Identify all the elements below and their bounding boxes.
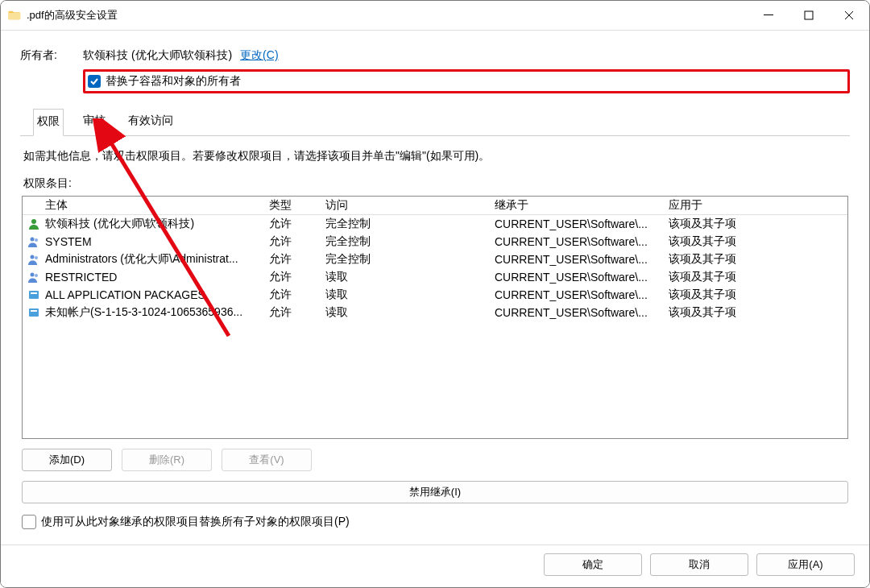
cell-inherit: CURRENT_USER\Software\...: [495, 288, 664, 301]
close-button[interactable]: [829, 1, 869, 30]
cell-apply: 该项及其子项: [669, 270, 843, 284]
window-title: .pdf的高级安全设置: [27, 8, 118, 23]
cell-access: 读取: [325, 270, 490, 284]
cell-subject: RESTRICTED: [45, 271, 264, 284]
cell-apply: 该项及其子项: [669, 217, 843, 231]
cell-access: 读取: [325, 288, 490, 302]
owner-row: 所有者: 软领科技 (优化大师\软领科技) 更改(C): [20, 48, 850, 63]
col-access[interactable]: 访问: [325, 198, 490, 213]
cell-access: 完全控制: [325, 252, 490, 267]
folder-icon: [7, 8, 22, 23]
maximize-button[interactable]: [789, 1, 829, 30]
list-row[interactable]: 未知帐户(S-1-15-3-1024-1065365936...允许读取CURR…: [23, 304, 847, 321]
list-row[interactable]: RESTRICTED允许读取CURRENT_USER\Software\...该…: [23, 268, 847, 286]
col-apply[interactable]: 应用于: [669, 198, 843, 213]
advanced-security-window: .pdf的高级安全设置 所有者: 软领科技 (优化大师\软领科技) 更改(C) …: [0, 0, 870, 588]
list-row[interactable]: 软领科技 (优化大师\软领科技)允许完全控制CURRENT_USER\Softw…: [23, 215, 847, 233]
cell-apply: 该项及其子项: [669, 234, 843, 249]
add-button[interactable]: 添加(D): [22, 449, 112, 471]
cell-inherit: CURRENT_USER\Software\...: [495, 253, 664, 266]
svg-point-4: [35, 238, 38, 242]
svg-point-5: [31, 255, 35, 259]
owner-label: 所有者:: [20, 48, 64, 63]
replace-children-checkbox[interactable]: [22, 515, 36, 529]
apply-button[interactable]: 应用(A): [756, 553, 855, 576]
cell-access: 读取: [325, 305, 490, 320]
cell-type: 允许: [269, 270, 321, 284]
window-controls: [748, 1, 869, 30]
cancel-button[interactable]: 取消: [650, 553, 748, 576]
replace-owner-label: 替换子容器和对象的所有者: [106, 74, 241, 89]
svg-rect-0: [764, 14, 773, 15]
svg-rect-9: [29, 291, 39, 299]
replace-children-label: 使用可从此对象继承的权限项目替换所有子对象的权限项目(P): [41, 515, 350, 529]
svg-point-6: [35, 256, 38, 259]
permission-list[interactable]: 主体 类型 访问 继承于 应用于 软领科技 (优化大师\软领科技)允许完全控制C…: [22, 196, 848, 439]
principal-icon: [27, 271, 40, 284]
cell-subject: 未知帐户(S-1-15-3-1024-1065365936...: [45, 305, 264, 320]
cell-subject: 软领科技 (优化大师\软领科技): [45, 217, 264, 231]
list-header: 主体 类型 访问 继承于 应用于: [23, 197, 847, 215]
cell-inherit: CURRENT_USER\Software\...: [495, 271, 664, 284]
principal-icon: [27, 217, 40, 230]
tab-effective-access[interactable]: 有效访问: [125, 109, 176, 136]
svg-rect-10: [31, 292, 37, 294]
col-subject[interactable]: 主体: [45, 198, 264, 213]
svg-point-8: [35, 274, 38, 277]
permission-entries-label: 权限条目:: [23, 176, 847, 191]
change-owner-link[interactable]: 更改(C): [240, 48, 278, 63]
cell-access: 完全控制: [325, 234, 490, 249]
svg-point-3: [31, 238, 35, 242]
view-button: 查看(V): [222, 449, 312, 471]
principal-icon: [27, 306, 40, 319]
cell-subject: Administrators (优化大师\Administrat...: [45, 252, 264, 267]
list-row[interactable]: SYSTEM允许完全控制CURRENT_USER\Software\...该项及…: [23, 233, 847, 251]
list-row[interactable]: Administrators (优化大师\Administrat...允许完全控…: [23, 251, 847, 268]
principal-icon: [27, 235, 40, 248]
replace-owner-checkbox[interactable]: [88, 75, 101, 88]
list-buttons: 添加(D) 删除(R) 查看(V): [22, 449, 848, 471]
replace-owner-highlight: 替换子容器和对象的所有者: [83, 69, 850, 93]
cell-apply: 该项及其子项: [669, 305, 843, 320]
svg-point-2: [31, 219, 36, 224]
ok-button[interactable]: 确定: [544, 553, 642, 576]
minimize-button[interactable]: [748, 1, 789, 30]
owner-value: 软领科技 (优化大师\软领科技): [83, 48, 232, 63]
info-text: 如需其他信息，请双击权限项目。若要修改权限项目，请选择该项目并单击"编辑"(如果…: [23, 149, 847, 164]
cell-inherit: CURRENT_USER\Software\...: [495, 217, 664, 230]
cell-type: 允许: [269, 305, 321, 320]
disable-inheritance-button[interactable]: 禁用继承(I): [22, 481, 848, 503]
svg-rect-1: [805, 11, 813, 19]
remove-button: 删除(R): [122, 449, 212, 471]
principal-icon: [27, 253, 40, 266]
principal-icon: [27, 288, 40, 301]
client-area: 所有者: 软领科技 (优化大师\软领科技) 更改(C) 替换子容器和对象的所有者…: [1, 31, 869, 545]
cell-type: 允许: [269, 252, 321, 267]
replace-children-row: 使用可从此对象继承的权限项目替换所有子对象的权限项目(P): [22, 515, 848, 529]
tab-audit[interactable]: 审核: [80, 109, 109, 136]
cell-inherit: CURRENT_USER\Software\...: [495, 235, 664, 248]
cell-type: 允许: [269, 234, 321, 249]
cell-inherit: CURRENT_USER\Software\...: [495, 306, 664, 319]
cell-access: 完全控制: [325, 217, 490, 231]
cell-apply: 该项及其子项: [669, 288, 843, 302]
cell-apply: 该项及其子项: [669, 252, 843, 267]
svg-rect-12: [31, 310, 37, 312]
svg-point-7: [31, 273, 35, 277]
cell-type: 允许: [269, 217, 321, 231]
cell-type: 允许: [269, 288, 321, 302]
col-inherit[interactable]: 继承于: [495, 198, 664, 213]
cell-subject: SYSTEM: [45, 235, 264, 248]
tab-permissions[interactable]: 权限: [33, 109, 64, 136]
titlebar: .pdf的高级安全设置: [1, 1, 869, 31]
dialog-footer: 确定 取消 应用(A): [1, 545, 869, 587]
col-type[interactable]: 类型: [269, 198, 321, 213]
list-row[interactable]: ALL APPLICATION PACKAGES允许读取CURRENT_USER…: [23, 286, 847, 304]
tabs: 权限 审核 有效访问: [20, 108, 850, 136]
cell-subject: ALL APPLICATION PACKAGES: [45, 288, 264, 301]
svg-rect-11: [29, 308, 39, 317]
